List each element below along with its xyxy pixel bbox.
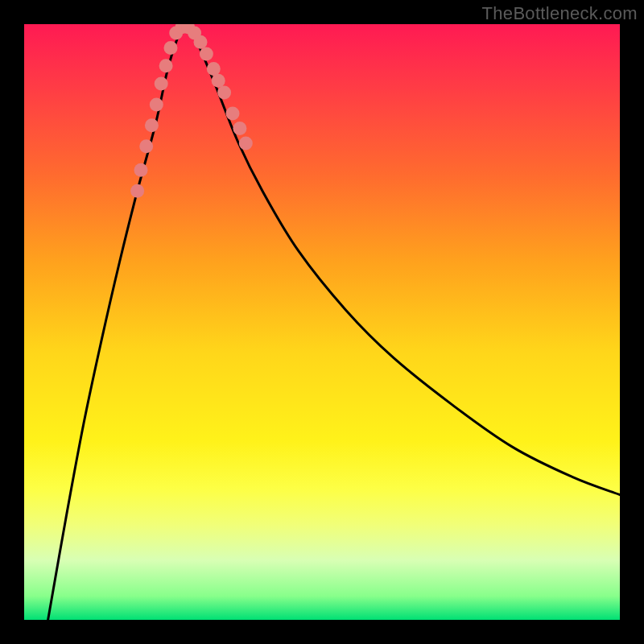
- marker-dot: [200, 47, 213, 61]
- chart-frame: TheBottleneck.com: [0, 0, 644, 644]
- marker-dots: [130, 24, 253, 198]
- marker-dot: [134, 163, 148, 177]
- marker-dot: [207, 62, 221, 76]
- marker-dot: [150, 97, 163, 111]
- marker-dot: [130, 184, 144, 198]
- marker-dot: [155, 77, 168, 91]
- marker-dot: [159, 59, 173, 72]
- marker-dot: [233, 122, 246, 135]
- plot-area: [24, 24, 620, 620]
- watermark-label: TheBottleneck.com: [482, 3, 638, 24]
- marker-dot: [139, 139, 153, 153]
- marker-dot: [212, 74, 225, 88]
- bottleneck-curve-path: [48, 24, 620, 620]
- curve-layer: [24, 24, 620, 620]
- bottleneck-curve: [48, 24, 620, 620]
- marker-dot: [164, 41, 178, 55]
- marker-dot: [239, 137, 253, 151]
- marker-dot: [145, 118, 159, 132]
- marker-dot: [217, 86, 231, 100]
- marker-dot: [194, 35, 208, 49]
- marker-dot: [226, 107, 240, 121]
